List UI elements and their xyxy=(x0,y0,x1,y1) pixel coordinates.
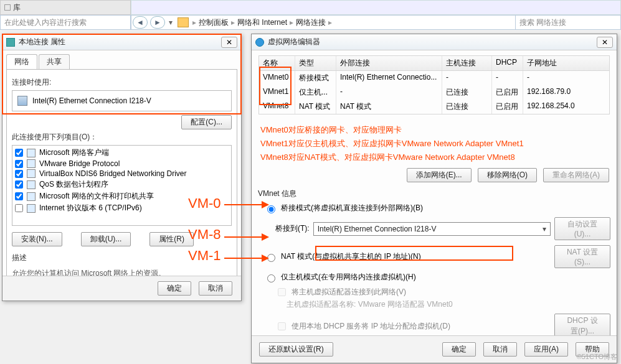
radio-nat-row[interactable]: NAT 模式(与虚拟机共享主机的 IP 地址)(N) NAT 设置(S)... xyxy=(264,245,610,268)
col-name[interactable]: 名称 xyxy=(259,56,295,70)
vmware-icon xyxy=(255,38,264,47)
table-row[interactable]: VMnet0桥接模式Intel(R) Ethernet Connectio...… xyxy=(259,71,609,85)
cancel-button[interactable]: 取消 xyxy=(199,281,232,296)
uninstall-button[interactable]: 卸载(U)... xyxy=(81,232,131,246)
bridge-select-value: Intel(R) Ethernet Connection I218-V xyxy=(318,225,437,233)
network-buttons: 添加网络(E)... 移除网络(O) 重命名网络(A) xyxy=(252,168,617,182)
host-adapter-checkbox xyxy=(278,288,286,296)
annotation-block: VMnet0对应桥接的网卡、对应物理网卡 VMnet1对应仅主机模式、对应虚拟网… xyxy=(260,123,610,164)
ok-button[interactable]: 确定 xyxy=(158,281,191,296)
list-item[interactable]: QoS 数据包计划程序 xyxy=(14,179,230,190)
component-icon xyxy=(27,149,36,157)
watermark: ©51CTO博客 xyxy=(577,352,617,362)
host-adapter-check-row: 将主机虚拟适配器连接到此网络(V) xyxy=(275,286,610,298)
crumb-network-internet[interactable]: 网络和 Internet xyxy=(237,17,287,28)
dialog-footer: 确定 取消 xyxy=(2,276,241,301)
restore-defaults-button[interactable]: 还原默认设置(R) xyxy=(259,342,333,357)
ok-button[interactable]: 确定 xyxy=(442,342,476,357)
dialog-titlebar[interactable]: 虚拟网络编辑器 ✕ xyxy=(252,34,617,50)
close-button[interactable]: ✕ xyxy=(597,37,613,48)
item-checkbox[interactable] xyxy=(15,149,23,157)
properties-button[interactable]: 属性(R) xyxy=(149,232,194,246)
table-header: 名称 类型 外部连接 主机连接 DHCP 子网地址 xyxy=(259,56,609,71)
list-item[interactable]: Microsoft 网络的文件和打印机共享 xyxy=(14,190,230,202)
install-button[interactable]: 安装(N)... xyxy=(12,232,62,246)
annotation-vmnet1: VMnet1对应仅主机模式、对应虚拟网卡VMware Network Adapt… xyxy=(260,137,610,151)
crumb-control-panel[interactable]: 控制面板 xyxy=(199,17,229,28)
crumb-network-connections[interactable]: 网络连接 xyxy=(296,17,326,28)
nav-forward-button[interactable]: ► xyxy=(150,16,165,29)
library-search[interactable]: 在此处键入内容进行搜索 xyxy=(0,15,131,30)
bridge-adapter-select[interactable]: Intel(R) Ethernet Connection I218-V ▾ xyxy=(313,222,551,236)
dhcp-check-row: 使用本地 DHCP 服务将 IP 地址分配给虚拟机(D) DHCP 设置(P).… xyxy=(275,314,610,338)
chevron-down-icon: ▾ xyxy=(543,225,546,233)
network-items-list[interactable]: Microsoft 网络客户端 VMware Bridge Protocol V… xyxy=(12,145,232,226)
items-label: 此连接使用下列项目(O)： xyxy=(12,132,232,142)
item-checkbox[interactable] xyxy=(15,192,23,200)
radio-hostonly-row[interactable]: 仅主机模式(在专用网络内连接虚拟机)(H) xyxy=(264,272,610,282)
library-label: 库 xyxy=(13,2,21,13)
close-button[interactable]: ✕ xyxy=(221,37,237,48)
local-connection-dialog: 本地连接 属性 ✕ 网络 共享 连接时使用: Intel(R) Ethernet… xyxy=(2,34,242,301)
rename-network-button[interactable]: 重命名网络(A) xyxy=(543,168,609,182)
col-subnet[interactable]: 子网地址 xyxy=(523,56,598,70)
col-external[interactable]: 外部连接 xyxy=(336,56,442,70)
radio-bridge[interactable] xyxy=(267,205,275,213)
item-label: QoS 数据包计划程序 xyxy=(39,179,108,190)
library-header: 库 xyxy=(0,0,131,15)
component-icon xyxy=(27,180,36,189)
item-label: Microsoft 网络客户端 xyxy=(39,147,109,158)
col-dhcp[interactable]: DHCP xyxy=(492,56,523,70)
tab-share[interactable]: 共享 xyxy=(39,54,70,69)
radio-hostonly[interactable] xyxy=(267,274,275,282)
item-checkbox[interactable] xyxy=(15,170,23,178)
col-host[interactable]: 主机连接 xyxy=(442,56,492,70)
radio-nat-label: NAT 模式(与虚拟机共享主机的 IP 地址)(N) xyxy=(281,251,421,262)
list-item[interactable]: VirtualBox NDIS6 Bridged Networking Driv… xyxy=(14,169,230,179)
remove-network-button[interactable]: 移除网络(O) xyxy=(478,168,537,182)
dhcp-settings-button[interactable]: DHCP 设置(P)... xyxy=(554,314,610,338)
cancel-button[interactable]: 取消 xyxy=(483,342,517,357)
dialog-title: 虚拟网络编辑器 xyxy=(268,37,597,47)
tab-panel: 连接时使用: Intel(R) Ethernet Connection I218… xyxy=(6,69,237,284)
nat-settings-button[interactable]: NAT 设置(S)... xyxy=(554,245,610,268)
component-icon xyxy=(27,192,36,201)
vmware-network-editor-dialog: 虚拟网络编辑器 ✕ 名称 类型 外部连接 主机连接 DHCP 子网地址 VMne… xyxy=(251,34,617,363)
dhcp-label: 使用本地 DHCP 服务将 IP 地址分配给虚拟机(D) xyxy=(292,321,450,332)
adapter-name: Intel(R) Ethernet Connection I218-V xyxy=(32,96,151,105)
dialog-footer: 还原默认设置(R) 确定 取消 应用(A) 帮助 xyxy=(252,335,617,363)
vmnet-info-fieldset: VMnet 信息 桥接模式(将虚拟机直接连接到外部网络)(B) 桥接到(T): … xyxy=(258,189,610,357)
history-dropdown-icon[interactable]: ▾ xyxy=(169,18,173,27)
item-checkbox[interactable] xyxy=(15,180,23,189)
tab-network[interactable]: 网络 xyxy=(6,54,37,69)
configure-button[interactable]: 配置(C)... xyxy=(181,115,232,129)
auto-settings-button[interactable]: 自动设置(U)... xyxy=(554,217,610,240)
add-network-button[interactable]: 添加网络(E)... xyxy=(407,168,472,182)
list-item[interactable]: Microsoft 网络客户端 xyxy=(14,147,230,159)
list-item[interactable]: VMware Bridge Protocol xyxy=(14,159,230,169)
col-type[interactable]: 类型 xyxy=(295,56,336,70)
table-row[interactable]: VMnet8NAT 模式NAT 模式已连接已启用192.168.254.0 xyxy=(259,100,609,114)
adapter-icon xyxy=(17,96,27,106)
radio-nat[interactable] xyxy=(267,254,275,262)
vmnet-info-label: VMnet 信息 xyxy=(258,189,610,199)
apply-button[interactable]: 应用(A) xyxy=(524,342,568,357)
list-item[interactable]: Internet 协议版本 6 (TCP/IPv6) xyxy=(14,202,230,214)
component-icon xyxy=(27,159,36,168)
description-heading: 描述 xyxy=(12,253,232,263)
network-icon xyxy=(6,38,15,47)
item-checkbox[interactable] xyxy=(15,204,23,212)
adapter-box: Intel(R) Ethernet Connection I218-V xyxy=(12,90,232,111)
nav-back-button[interactable]: ◄ xyxy=(133,16,148,29)
item-checkbox[interactable] xyxy=(15,160,23,168)
item-label: VirtualBox NDIS6 Bridged Networking Driv… xyxy=(39,169,187,178)
table-row[interactable]: VMnet1仅主机...-已连接已启用192.168.79.0 xyxy=(259,85,609,100)
radio-bridge-row[interactable]: 桥接模式(将虚拟机直接连接到外部网络)(B) xyxy=(264,203,610,213)
toolbar-strip xyxy=(131,0,621,15)
folder-icon xyxy=(178,17,189,27)
breadcrumb-sep: ▸ xyxy=(192,18,196,27)
radio-bridge-label: 桥接模式(将虚拟机直接连接到外部网络)(B) xyxy=(281,203,423,213)
vmnet-table[interactable]: 名称 类型 外部连接 主机连接 DHCP 子网地址 VMnet0桥接模式Inte… xyxy=(258,55,610,114)
explorer-search[interactable]: 搜索 网络连接 xyxy=(515,15,621,30)
dialog-titlebar[interactable]: 本地连接 属性 ✕ xyxy=(2,34,241,50)
